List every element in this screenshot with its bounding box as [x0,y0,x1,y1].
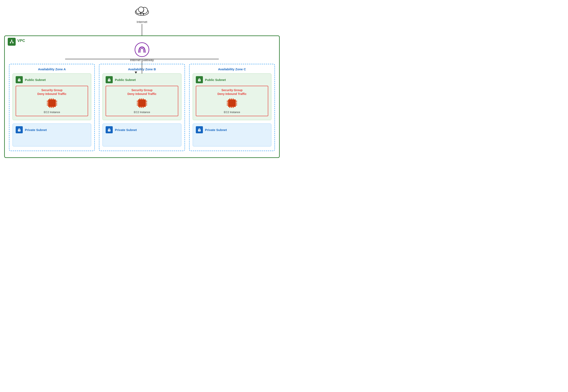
security-group-a: Security GroupDeny Inbound Traffic [16,86,88,116]
security-group-b: Security GroupDeny Inbound Traffic [106,86,178,116]
ec2-b-label: EC2 Instance [134,111,150,114]
svg-rect-70 [235,103,237,103]
svg-rect-71 [235,105,237,105]
private-subnet-a-text: Private Subnet [25,128,47,132]
public-subnet-c-icon [196,76,203,83]
ec2-chip-c-icon [226,98,238,110]
svg-point-9 [19,80,20,81]
svg-rect-66 [227,101,228,102]
svg-rect-43 [137,103,138,103]
vpc-container: VPC Internet Gateway Availability Zone A [4,35,280,158]
svg-rect-45 [146,101,147,102]
ec2-chip-b-icon [136,98,148,110]
vpc-icon [8,38,16,46]
public-subnet-c-header: Public Subnet [196,76,268,83]
az-a-container: Availability Zone A Public Subnet [9,64,95,151]
security-group-b-label: Security GroupDeny Inbound Traffic [127,88,156,96]
private-subnet-a-icon [16,126,23,133]
svg-rect-62 [233,98,233,100]
public-subnet-b-text: Public Subnet [115,78,136,82]
az-c-container: Availability Zone C Public Subnet [189,64,275,151]
svg-rect-19 [47,103,48,103]
security-group-c: Security GroupDeny Inbound Traffic [196,86,268,116]
svg-rect-61 [231,98,232,100]
gateway-label: Internet Gateway [130,58,154,62]
svg-rect-67 [227,103,228,103]
az-a-label: Availability Zone A [13,67,91,71]
private-subnet-c: Private Subnet [193,124,271,146]
svg-rect-47 [146,105,147,105]
internet-label: Internet [137,20,147,24]
svg-rect-42 [137,101,138,102]
az-c-label: Availability Zone C [193,67,271,71]
svg-rect-17 [53,107,54,108]
public-subnet-c: Public Subnet Security GroupDeny Inbound… [193,73,271,120]
zones-row: Availability Zone A Public Subnet [9,64,275,151]
cloud-icon [134,4,150,19]
svg-point-33 [109,80,110,81]
ec2-chip-a-icon [46,98,58,110]
svg-rect-41 [143,107,144,108]
svg-rect-68 [227,105,228,105]
svg-rect-39 [139,107,140,108]
svg-rect-36 [139,98,140,100]
internet-section: Internet [134,4,150,35]
svg-rect-18 [47,101,48,102]
svg-rect-38 [143,98,144,100]
public-subnet-b-icon [106,76,113,83]
private-subnet-b: Private Subnet [102,124,181,146]
private-subnet-c-text: Private Subnet [205,128,227,132]
private-subnet-b-header: Private Subnet [106,126,178,133]
public-subnet-a: Public Subnet Security GroupDeny Inbound… [13,73,91,120]
svg-point-31 [19,130,20,131]
private-subnet-c-header: Private Subnet [196,126,268,133]
private-subnet-b-text: Private Subnet [115,128,137,132]
svg-rect-46 [146,103,147,103]
svg-rect-20 [47,105,48,105]
public-subnet-a-text: Public Subnet [25,78,46,82]
az-b-label: Availability Zone B [102,67,181,71]
svg-rect-60 [229,98,230,100]
ec2-a-label: EC2 Instance [44,111,60,114]
svg-point-57 [199,80,200,81]
svg-rect-15 [49,107,50,108]
svg-rect-21 [56,101,57,102]
private-subnet-c-icon [196,126,203,133]
public-subnet-a-header: Public Subnet [16,76,88,83]
svg-point-3 [138,7,144,12]
svg-point-79 [199,130,200,131]
private-subnet-b-icon [106,126,113,133]
security-group-a-label: Security GroupDeny Inbound Traffic [37,88,66,96]
svg-rect-14 [53,98,54,100]
public-subnet-c-text: Public Subnet [205,78,226,82]
svg-rect-44 [137,105,138,105]
ec2-c-label: EC2 Instance [224,111,240,114]
svg-rect-37 [141,98,142,100]
internet-gateway-icon [135,42,149,57]
svg-rect-63 [229,107,230,108]
svg-rect-23 [56,105,57,105]
svg-rect-16 [51,107,52,108]
public-subnet-a-icon [16,76,23,83]
svg-rect-12 [49,98,50,100]
public-subnet-b: Public Subnet Security GroupDeny Inbound… [102,73,181,120]
svg-point-55 [109,130,110,131]
private-subnet-a-header: Private Subnet [16,126,88,133]
private-subnet-a: Private Subnet [13,124,91,146]
az-b-container: Availability Zone B Public Subnet [99,64,185,151]
svg-rect-13 [51,98,52,100]
diagram-container: Internet VPC Inte [4,4,280,158]
security-group-c-label: Security GroupDeny Inbound Traffic [218,88,247,96]
vpc-label: VPC [17,39,25,43]
svg-rect-40 [141,107,142,108]
public-subnet-b-header: Public Subnet [106,76,178,83]
svg-rect-65 [233,107,233,108]
svg-rect-69 [235,101,237,102]
svg-rect-22 [56,103,57,103]
svg-rect-64 [231,107,232,108]
